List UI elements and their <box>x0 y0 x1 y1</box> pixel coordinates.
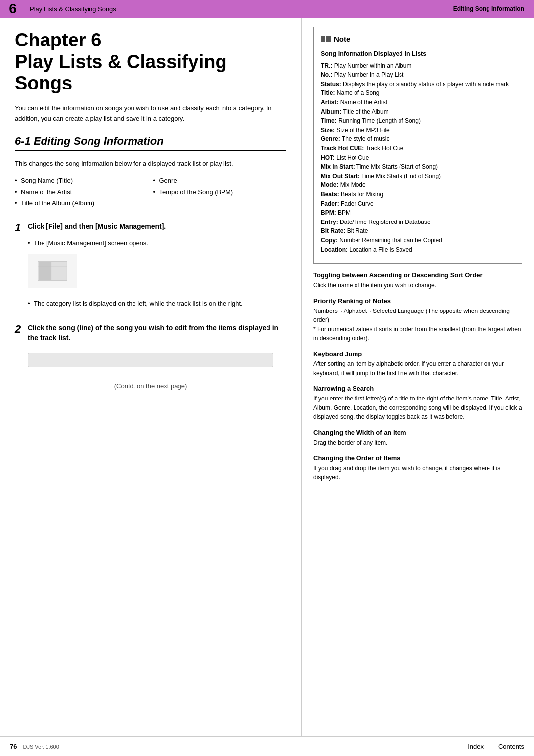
section-heading: 6-1 Editing Song Information <box>15 135 286 151</box>
section-intro: This changes the song information below … <box>15 159 286 169</box>
list-item: The [Music Management] screen opens. <box>28 238 286 249</box>
chapter-title: Chapter 6 Play Lists & Classifying Songs <box>15 30 286 94</box>
step-2: 2 Click the song (line) of the song you … <box>15 317 286 367</box>
chapter-number: 6 <box>0 0 26 18</box>
keyboard-section-title: Keyboard Jump <box>313 350 522 357</box>
list-item: Title of the Album (Album) <box>15 198 148 209</box>
footer-links: Index Contents <box>468 743 524 750</box>
note-items: TR.: Play Number within an Album No.: Pl… <box>321 61 515 254</box>
sort-section-title: Toggling between Ascending or Descending… <box>313 271 522 279</box>
step-2-text: Click the song (line) of the song you wi… <box>28 323 286 343</box>
svg-rect-1 <box>39 262 51 280</box>
left-column: Chapter 6 Play Lists & Classifying Songs… <box>0 18 302 736</box>
svg-rect-2 <box>52 262 66 280</box>
list-item: Name of the Artist <box>15 187 148 198</box>
list-item: The category list is displayed on the le… <box>28 298 286 309</box>
page-footer: 76 DJS Ver. 1.600 Index Contents <box>0 736 534 756</box>
width-section-title: Changing the Width of an Item <box>313 429 522 436</box>
step-1: 1 Click [File] and then [Music Managemen… <box>15 216 286 309</box>
search-section-title: Narrowing a Search <box>313 385 522 392</box>
keyboard-section-text: After sorting an item by alphabetic orde… <box>313 359 522 378</box>
width-section-text: Drag the border of any item. <box>313 438 522 447</box>
step-2-number: 2 <box>15 323 24 335</box>
note-icon <box>321 36 331 42</box>
note-box: Note Song Information Displayed in Lists… <box>313 27 522 264</box>
list-item: Song Name (Title) <box>15 176 148 186</box>
page-number: 76 <box>10 743 17 750</box>
right-column: Note Song Information Displayed in Lists… <box>302 18 534 736</box>
step-1-number: 1 <box>15 222 24 234</box>
order-section-text: If you drag and drop the item you wish t… <box>313 464 522 482</box>
contd-note: (Contd. on the next page) <box>15 382 286 390</box>
list-item: Tempo of the Song (BPM) <box>153 187 287 198</box>
right-section-order: Changing the Order of Items If you drag … <box>313 454 522 482</box>
note-title: Note <box>321 33 515 44</box>
right-section-search: Narrowing a Search If you enter the firs… <box>313 385 522 422</box>
page-content: Chapter 6 Play Lists & Classifying Songs… <box>0 18 534 736</box>
step-1-text: Click [File] and then [Music Management]… <box>28 222 166 232</box>
screenshot-wide <box>28 353 273 367</box>
right-section-keyboard: Keyboard Jump After sorting an item by a… <box>313 350 522 378</box>
page-header: 6 Play Lists & Classifying Songs Editing… <box>0 0 534 18</box>
sort-section-text: Click the name of the item you wish to c… <box>313 281 522 290</box>
priority-section-title: Priority Ranking of Notes <box>313 297 522 305</box>
feature-col-2: Genre Tempo of the Song (BPM) <box>153 176 287 208</box>
feature-list: Song Name (Title) Name of the Artist Tit… <box>15 176 286 208</box>
list-item: Genre <box>153 176 287 186</box>
right-section-priority: Priority Ranking of Notes Numbers→Alphab… <box>313 297 522 343</box>
header-left-text: Play Lists & Classifying Songs <box>30 5 116 13</box>
note-section-1-title: Song Information Displayed in Lists <box>321 49 515 59</box>
order-section-title: Changing the Order of Items <box>313 454 522 462</box>
footer-contents-link[interactable]: Contents <box>498 743 524 750</box>
step-1-sub: The [Music Management] screen opens. <box>28 238 286 249</box>
version-text: DJS Ver. 1.600 <box>23 744 59 750</box>
feature-col-1: Song Name (Title) Name of the Artist Tit… <box>15 176 148 208</box>
step-1-note: The category list is displayed on the le… <box>28 298 286 309</box>
right-section-width: Changing the Width of an Item Drag the b… <box>313 429 522 447</box>
search-section-text: If you enter the first letter(s) of a ti… <box>313 394 522 422</box>
priority-section-text: Numbers→Alphabet→Selected Language (The … <box>313 307 522 343</box>
header-right-text: Editing Song Information <box>453 5 524 12</box>
screenshot-small <box>28 254 77 288</box>
chapter-intro: You can edit the information on songs yo… <box>15 103 286 124</box>
footer-index-link[interactable]: Index <box>468 743 484 750</box>
right-section-sort: Toggling between Ascending or Descending… <box>313 271 522 290</box>
